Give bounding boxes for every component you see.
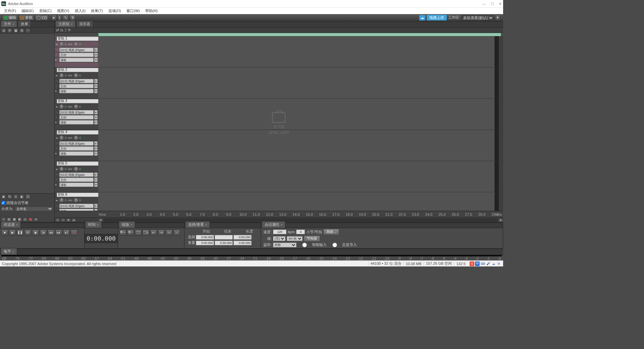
pan-knob[interactable]: [74, 198, 78, 202]
track-input-select[interactable]: [01S] 线路 (Elgato: [59, 204, 94, 208]
track-name-input[interactable]: [57, 193, 101, 197]
mode-cd-button[interactable]: CD: [35, 15, 49, 21]
tab-time[interactable]: 时间×: [85, 221, 102, 228]
zoom-out-v-button[interactable]: ↕-: [173, 230, 180, 236]
file-list[interactable]: [0, 34, 54, 193]
sel-begin-input[interactable]: [196, 235, 214, 240]
view-begin-input[interactable]: [196, 241, 214, 245]
zoom-full-button[interactable]: ⛶: [135, 230, 142, 236]
mode-edit-button[interactable]: 编辑: [2, 15, 18, 21]
track-power-icon[interactable]: [55, 37, 56, 40]
pan-knob[interactable]: [74, 104, 78, 109]
sort-select[interactable]: 文件名: [15, 206, 53, 211]
menu-文件(F)[interactable]: 文件(F): [1, 8, 19, 14]
track-automation-select[interactable]: 读取: [59, 183, 94, 187]
zoom-in-right-button[interactable]: ⇥: [158, 230, 165, 236]
track-header-5[interactable]: MSR ⏶0 ⊲⊳0 →[01S] 线路 (Elgato▸ ←主控▾ ▸读取▾: [55, 161, 98, 192]
track-header-2[interactable]: MSR ⏶0 ⊲⊳0 →[01S] 线路 (Elgato▸ ←主控▾ ▸读取▾: [55, 67, 98, 98]
cloud-icon[interactable]: ☁: [419, 15, 425, 20]
view-marker-icon[interactable]: 🔖: [28, 217, 33, 221]
timesig-select[interactable]: 4/4 拍: [287, 236, 303, 241]
workspace-menu-button[interactable]: ▾: [495, 15, 500, 21]
tool-scrub-button[interactable]: ↯: [69, 15, 76, 21]
lb-auto-icon[interactable]: A: [13, 194, 18, 199]
tool-select-button[interactable]: I: [57, 15, 62, 21]
track-header-1[interactable]: MSR ⏶0 ⊲⊳0 →[01S] 线路 (Elgato▸ ←主控▾ ▸读取▾: [55, 36, 98, 67]
hscrollbar[interactable]: [104, 218, 498, 222]
sel-length-input[interactable]: [233, 235, 252, 240]
track-power-icon[interactable]: [55, 99, 56, 103]
tab-transport[interactable]: 传送器×: [1, 221, 21, 228]
play-loop-button[interactable]: ⟳: [24, 230, 31, 236]
track-output-select[interactable]: 主控: [59, 178, 94, 182]
sel-end-input[interactable]: [215, 235, 233, 240]
track-power-icon[interactable]: [55, 68, 56, 71]
track-automation-select[interactable]: 读取: [59, 58, 94, 62]
zoom-sel-button[interactable]: ⛶s: [143, 230, 149, 236]
track-lane-2[interactable]: [98, 67, 494, 98]
track-name-input[interactable]: [57, 130, 101, 135]
follow-tempo-checkbox[interactable]: [1, 201, 5, 205]
pan-knob[interactable]: [74, 136, 78, 140]
tray-ime-icon[interactable]: 中: [475, 261, 480, 266]
track-power-icon[interactable]: [55, 131, 56, 134]
volume-knob[interactable]: [59, 198, 64, 202]
tab-session[interactable]: 会话属性×: [262, 221, 285, 228]
track-header-6[interactable]: MSR ⏶0 ⊲⊳0 →[01S] 线路 (Elgato▸ ←主控▾ ▸读取▾: [55, 192, 98, 211]
menu-插入(I)[interactable]: 插入(I): [72, 8, 88, 14]
menu-剪辑(C)[interactable]: 剪辑(C): [37, 8, 54, 14]
tray-sogou-icon[interactable]: S: [470, 261, 474, 266]
file-close-icon[interactable]: ✕: [7, 28, 12, 33]
view-preview-icon[interactable]: ▭: [23, 217, 28, 221]
pan-knob[interactable]: [74, 167, 78, 171]
hscroll-right-button[interactable]: ▸: [498, 218, 503, 222]
lb-loop-icon[interactable]: ↻: [7, 194, 12, 199]
tab-zoom[interactable]: 缩放×: [119, 221, 135, 228]
track-eq-icon[interactable]: ⊪: [68, 28, 71, 32]
tab-mixer[interactable]: 混音器: [76, 20, 93, 27]
track-input-select[interactable]: [01S] 线路 (Elgato: [59, 141, 94, 146]
track-lane-4[interactable]: [98, 130, 494, 161]
vscrollbar[interactable]: [498, 36, 503, 211]
track-lane-6[interactable]: [98, 192, 494, 211]
close-button[interactable]: ✕: [499, 2, 502, 6]
menu-帮助(H)[interactable]: 帮助(H): [143, 8, 160, 14]
tray-keyboard-icon[interactable]: ⌨: [480, 261, 485, 266]
track-output-select[interactable]: 主控: [59, 53, 94, 57]
track-power-icon[interactable]: [55, 193, 56, 196]
track-name-input[interactable]: [57, 37, 101, 41]
always-import-radio[interactable]: [328, 243, 341, 247]
file-insert-icon[interactable]: ⧉: [19, 28, 24, 33]
tab-main-group[interactable]: 主群组×: [55, 20, 75, 27]
volume-knob[interactable]: [59, 42, 64, 46]
track-input-select[interactable]: [01S] 线路 (Elgato: [59, 48, 94, 52]
track-input-select[interactable]: [01S] 线路 (Elgato: [59, 110, 94, 114]
play-button[interactable]: ▶: [9, 230, 16, 236]
volume-knob[interactable]: [59, 167, 64, 171]
track-send-icon[interactable]: ⤴: [65, 28, 67, 32]
advanced-button[interactable]: 高级...: [323, 229, 339, 235]
tray-mic-icon[interactable]: 🎤: [486, 261, 490, 266]
tab-files[interactable]: 文件×: [1, 20, 17, 27]
pan-knob[interactable]: [74, 73, 78, 78]
minimize-button[interactable]: —: [482, 2, 486, 6]
monitor-select[interactable]: 外部: [273, 243, 297, 247]
lb-play-icon[interactable]: ▶: [1, 194, 6, 199]
key-select[interactable]: (无): [273, 236, 285, 241]
lb-info-icon[interactable]: ⓘ: [25, 194, 30, 199]
pan-knob[interactable]: [74, 42, 78, 46]
pause-button[interactable]: ❚❚: [17, 230, 23, 236]
track-automation-select[interactable]: 读取: [59, 120, 94, 124]
track-io-icon[interactable]: ⇄: [56, 28, 59, 32]
workspace-select[interactable]: 多轨查看(默认): [462, 15, 494, 20]
mode-multitrack-button[interactable]: 多轨: [18, 15, 34, 21]
view-loop-icon[interactable]: ∞: [34, 217, 38, 221]
timecode-display[interactable]: 0:00.000: [84, 234, 118, 243]
tempo-input[interactable]: [273, 230, 286, 234]
track-lane-5[interactable]: [98, 161, 494, 192]
volume-knob[interactable]: [59, 136, 64, 140]
track-add-button[interactable]: +: [55, 218, 60, 222]
track-input-select[interactable]: [01S] 线路 (Elgato: [59, 172, 94, 177]
metronome-button[interactable]: 节拍器: [304, 236, 320, 242]
file-edit-icon[interactable]: ▦: [13, 28, 18, 33]
